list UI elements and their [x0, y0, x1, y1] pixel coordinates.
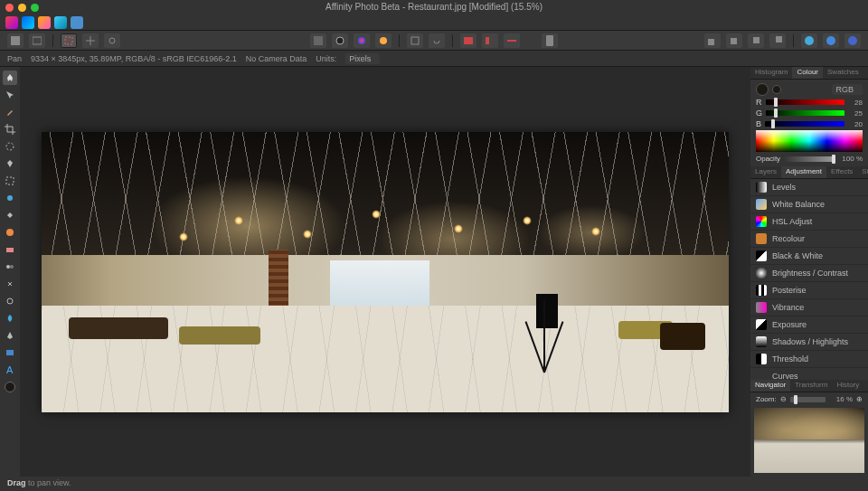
tab-effects[interactable]: Effects — [826, 166, 857, 178]
adjustment-item[interactable]: Vibrance — [750, 299, 868, 316]
arrange-forward-button[interactable] — [748, 33, 764, 48]
pen-tool-icon[interactable] — [3, 328, 17, 343]
rotate-button[interactable] — [429, 33, 445, 48]
zoom-in-button[interactable]: ⊕ — [856, 395, 863, 403]
tab-colour[interactable]: Colour — [792, 67, 823, 79]
channels-button[interactable] — [844, 33, 861, 48]
document-menu-button[interactable] — [7, 33, 24, 48]
opacity-value[interactable]: 100 % — [837, 155, 863, 163]
svg-point-26 — [7, 298, 13, 304]
adjustment-item[interactable]: Threshold — [750, 351, 868, 368]
auto-white-balance-button[interactable] — [375, 33, 392, 48]
dodge-tool-icon[interactable] — [3, 294, 17, 308]
navigator-thumbnail[interactable] — [754, 408, 864, 473]
arrange-back-button[interactable] — [704, 33, 721, 48]
tab-transform[interactable]: Transform — [790, 380, 832, 392]
text-tool-icon[interactable]: A — [3, 363, 17, 377]
clone-tool-icon[interactable] — [3, 260, 17, 274]
marquee-tool-icon[interactable] — [3, 174, 17, 188]
view-tool-icon[interactable] — [3, 71, 17, 85]
r-label: R — [756, 98, 762, 107]
selection-marquee-button[interactable] — [61, 33, 77, 48]
tab-adjustment[interactable]: Adjustment — [781, 166, 826, 178]
zoom-window-button[interactable] — [31, 4, 39, 12]
adjustment-list[interactable]: LevelsWhite BalanceHSL AdjustRecolourBla… — [750, 179, 868, 380]
open-button[interactable] — [29, 33, 45, 48]
tab-channels[interactable]: Channels — [863, 380, 868, 392]
zoom-out-button[interactable]: ⊖ — [780, 395, 787, 403]
adjustment-item[interactable]: HSL Adjust — [750, 213, 868, 231]
adjustment-item[interactable]: White Balance — [750, 196, 868, 213]
colour-well-primary[interactable] — [756, 83, 769, 96]
photo-persona-icon[interactable] — [5, 16, 18, 29]
crop-tool-icon[interactable] — [3, 122, 17, 137]
adjustment-item[interactable]: Brightness / Contrast — [750, 265, 868, 282]
minimize-window-button[interactable] — [18, 4, 26, 12]
tab-swatches[interactable]: Swatches — [823, 67, 863, 79]
document-canvas[interactable] — [42, 132, 729, 412]
tab-styles[interactable]: Styles — [857, 166, 868, 178]
auto-contrast-button[interactable] — [332, 33, 348, 48]
heal-tool-icon[interactable] — [3, 277, 17, 291]
adjustment-item[interactable]: Shadows / Highlights — [750, 334, 868, 351]
move-tool-button[interactable] — [82, 33, 99, 48]
b-slider[interactable] — [765, 121, 844, 127]
selection-brush-tool-icon[interactable] — [3, 139, 17, 154]
crop-button[interactable] — [407, 33, 423, 48]
adjustment-icon — [756, 285, 767, 296]
force-pixel-alignment-button[interactable] — [504, 33, 520, 48]
tab-histogram[interactable]: Histogram — [750, 67, 792, 79]
assistant-button[interactable] — [542, 33, 558, 48]
r-value[interactable]: 28 — [848, 99, 863, 107]
adjustment-item[interactable]: Black & White — [750, 248, 868, 265]
adjustment-item[interactable]: Exposure — [750, 316, 868, 334]
svg-point-18 — [848, 36, 857, 45]
snapping-button[interactable] — [460, 33, 476, 48]
g-slider[interactable] — [766, 110, 844, 116]
svg-point-17 — [826, 36, 835, 45]
colour-mode-dropdown[interactable]: RGB — [832, 84, 863, 95]
adjustment-item[interactable]: Curves — [750, 368, 868, 380]
fill-tool-icon[interactable] — [3, 208, 17, 222]
tab-layers[interactable]: Layers — [750, 166, 781, 178]
tone-map-persona-icon[interactable] — [54, 16, 67, 29]
close-window-button[interactable] — [5, 4, 14, 12]
adjustment-item[interactable]: Posterise — [750, 282, 868, 299]
adjustment-item[interactable]: Recolour — [750, 231, 868, 248]
arrange-backward-button[interactable] — [726, 33, 742, 48]
flood-select-tool-icon[interactable] — [3, 156, 17, 171]
canvas-viewport[interactable] — [20, 67, 750, 477]
paint-brush-tool-icon[interactable] — [3, 191, 17, 205]
opacity-slider[interactable] — [784, 156, 834, 162]
node-tool-button[interactable] — [104, 33, 120, 48]
tab-navigator[interactable]: Navigator — [750, 380, 790, 392]
colour-well-secondary[interactable] — [772, 85, 781, 94]
alignment-button[interactable] — [482, 33, 498, 48]
tab-history[interactable]: History — [832, 380, 863, 392]
units-dropdown[interactable]: Pixels — [345, 53, 380, 64]
r-slider[interactable] — [766, 99, 845, 105]
auto-colours-button[interactable] — [354, 33, 370, 48]
liquify-persona-icon[interactable] — [22, 16, 34, 29]
develop-persona-icon[interactable] — [38, 16, 51, 29]
zoom-slider[interactable] — [790, 397, 826, 402]
adjustment-item[interactable]: Levels — [750, 179, 868, 196]
export-persona-icon[interactable] — [71, 16, 83, 29]
auto-levels-button[interactable] — [310, 33, 326, 48]
move-tool-icon[interactable] — [3, 88, 17, 102]
arrange-front-button[interactable] — [769, 33, 786, 48]
blur-tool-icon[interactable] — [3, 311, 17, 326]
colour-well-fg[interactable] — [3, 380, 17, 394]
rectangle-tool-icon[interactable] — [3, 345, 17, 360]
colour-spectrum[interactable] — [756, 130, 863, 152]
adjustment-icon — [756, 216, 767, 227]
tab-brushes[interactable]: Brushes — [863, 67, 868, 79]
quick-mask-button[interactable] — [801, 33, 817, 48]
b-value[interactable]: 20 — [848, 120, 863, 128]
gradient-tool-icon[interactable] — [3, 225, 17, 240]
erase-tool-icon[interactable] — [3, 242, 17, 257]
add-layer-button[interactable] — [823, 33, 839, 48]
colour-picker-tool-icon[interactable] — [3, 105, 17, 119]
g-value[interactable]: 25 — [848, 109, 863, 118]
zoom-value[interactable]: 16 % — [829, 395, 853, 403]
